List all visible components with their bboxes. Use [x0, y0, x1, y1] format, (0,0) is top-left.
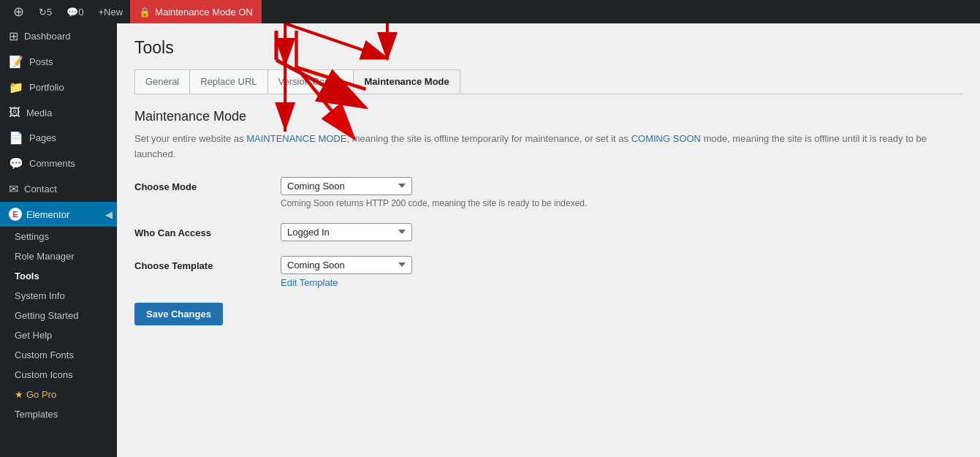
- posts-icon: 📝: [9, 55, 23, 69]
- edit-template-link[interactable]: Edit Template: [281, 277, 338, 288]
- choose-template-control: Coming Soon Edit Template: [281, 256, 962, 288]
- who-can-access-select[interactable]: Logged In Everyone: [281, 223, 412, 241]
- sidebar-item-templates[interactable]: Templates: [0, 404, 117, 424]
- admin-bar: ⊕ ↻ 5 💬 0 + New 🔒 Maintenance Mode ON: [0, 0, 980, 23]
- sidebar-item-dashboard[interactable]: ⊞ Dashboard: [0, 23, 117, 49]
- who-can-access-row: Who Can Access Logged In Everyone: [134, 223, 962, 241]
- coming-soon-link[interactable]: COMING SOON: [631, 133, 701, 144]
- choose-mode-select[interactable]: Coming Soon Maintenance: [281, 177, 412, 195]
- main-layout: ⊞ Dashboard 📝 Posts 📁 Portfolio 🖼 Media …: [0, 23, 980, 457]
- maintenance-mode-badge[interactable]: 🔒 Maintenance Mode ON: [130, 0, 262, 23]
- sidebar-item-contact[interactable]: ✉ Contact: [0, 176, 117, 202]
- comments-icon: 💬: [67, 7, 78, 18]
- elementor-icon: E: [9, 208, 22, 221]
- sidebar-item-comments[interactable]: 💬 Comments: [0, 151, 117, 176]
- updates-count: 5: [47, 7, 52, 18]
- elementor-label: Elementor: [26, 209, 69, 220]
- pages-icon: 📄: [9, 131, 23, 145]
- go-pro-label: Go Pro: [26, 389, 56, 400]
- settings-label: Settings: [15, 231, 49, 242]
- getting-started-label: Getting Started: [15, 310, 78, 321]
- who-can-access-label: Who Can Access: [134, 223, 281, 238]
- maintenance-description: Set your entire website as MAINTENANCE M…: [134, 132, 962, 162]
- system-info-label: System Info: [15, 290, 65, 301]
- page-title: Tools: [134, 38, 962, 58]
- sidebar-item-label: Portfolio: [29, 82, 64, 93]
- sidebar: ⊞ Dashboard 📝 Posts 📁 Portfolio 🖼 Media …: [0, 23, 117, 457]
- who-can-access-control: Logged In Everyone: [281, 223, 962, 241]
- role-manager-label: Role Manager: [15, 251, 75, 262]
- sidebar-item-get-help[interactable]: Get Help: [0, 325, 117, 345]
- desc-text-1: Set your entire website as: [134, 133, 246, 144]
- sidebar-item-custom-fonts[interactable]: Custom Fonts: [0, 345, 117, 365]
- tab-maintenance-mode-label: Maintenance Mode: [364, 76, 449, 87]
- choose-template-row: Choose Template Coming Soon Edit Templat…: [134, 256, 962, 288]
- sidebar-item-settings[interactable]: Settings: [0, 227, 117, 246]
- maintenance-mode-link[interactable]: MAINTENANCE MODE: [246, 133, 346, 144]
- choose-mode-hint: Coming Soon returns HTTP 200 code, meani…: [281, 198, 962, 208]
- choose-mode-label: Choose Mode: [134, 177, 281, 192]
- hint-text: Coming Soon returns HTTP 200 code, meani…: [281, 198, 587, 208]
- sidebar-item-system-info[interactable]: System Info: [0, 286, 117, 306]
- new-label: New: [104, 7, 123, 18]
- star-icon: ★: [15, 389, 23, 400]
- tab-general-label: General: [145, 76, 179, 87]
- tab-replace-url[interactable]: Replace URL: [189, 69, 267, 94]
- choose-template-label: Choose Template: [134, 256, 281, 271]
- sidebar-item-media[interactable]: 🖼 Media: [0, 100, 117, 125]
- templates-label: Templates: [15, 409, 58, 420]
- sidebar-item-label: Media: [26, 107, 52, 118]
- save-changes-container: Save Changes: [134, 303, 962, 325]
- main-content-area: Tools General Replace URL Version Contro…: [117, 23, 980, 457]
- tab-version-control[interactable]: Version Control: [267, 69, 354, 94]
- contact-icon: ✉: [9, 182, 18, 196]
- sidebar-item-label: Dashboard: [24, 31, 71, 42]
- portfolio-icon: 📁: [9, 80, 23, 94]
- wp-logo-icon: ⊕: [13, 4, 24, 20]
- sidebar-item-pages[interactable]: 📄 Pages: [0, 125, 117, 151]
- plus-icon: +: [98, 7, 104, 18]
- tabs-container: General Replace URL Version Control Main…: [134, 69, 962, 94]
- sidebar-item-portfolio[interactable]: 📁 Portfolio: [0, 75, 117, 100]
- updates-button[interactable]: ↻ 5: [31, 0, 59, 23]
- comments-sidebar-icon: 💬: [9, 156, 23, 170]
- tab-version-control-label: Version Control: [278, 76, 343, 87]
- sidebar-item-tools[interactable]: Tools: [0, 266, 117, 286]
- media-icon: 🖼: [9, 106, 20, 119]
- sidebar-item-go-pro[interactable]: ★ Go Pro: [0, 385, 117, 404]
- updates-icon: ↻: [39, 7, 47, 18]
- choose-mode-row: Choose Mode Coming Soon Maintenance Comi…: [134, 177, 962, 208]
- sidebar-item-label: Posts: [29, 56, 53, 67]
- custom-fonts-label: Custom Fonts: [15, 350, 74, 360]
- choose-template-select[interactable]: Coming Soon: [281, 256, 412, 274]
- dashboard-icon: ⊞: [9, 29, 18, 43]
- comments-count: 0: [78, 7, 83, 18]
- tab-general[interactable]: General: [134, 69, 190, 94]
- sidebar-item-custom-icons[interactable]: Custom Icons: [0, 365, 117, 385]
- get-help-label: Get Help: [15, 330, 52, 341]
- maintenance-badge-label: Maintenance Mode ON: [155, 7, 253, 18]
- lock-icon: 🔒: [139, 7, 151, 18]
- new-button[interactable]: + New: [91, 0, 130, 23]
- tab-replace-url-label: Replace URL: [200, 76, 257, 87]
- custom-icons-label: Custom Icons: [15, 369, 72, 380]
- section-title: Maintenance Mode: [134, 109, 962, 124]
- tab-maintenance-mode[interactable]: Maintenance Mode: [353, 69, 460, 94]
- save-changes-button[interactable]: Save Changes: [134, 303, 223, 325]
- choose-mode-control: Coming Soon Maintenance Coming Soon retu…: [281, 177, 962, 208]
- sidebar-item-role-manager[interactable]: Role Manager: [0, 246, 117, 266]
- sidebar-item-label: Contact: [24, 184, 57, 194]
- main-wrapper: Tools General Replace URL Version Contro…: [117, 23, 980, 457]
- chevron-left-icon: ◀: [105, 202, 117, 227]
- tools-label: Tools: [15, 271, 39, 282]
- sidebar-item-label: Comments: [29, 158, 75, 169]
- sidebar-elementor-header[interactable]: E Elementor ◀: [0, 202, 117, 227]
- comments-button[interactable]: 💬 0: [59, 0, 91, 23]
- sidebar-item-getting-started[interactable]: Getting Started: [0, 306, 117, 325]
- sidebar-item-posts[interactable]: 📝 Posts: [0, 49, 117, 75]
- sidebar-item-label: Pages: [29, 132, 56, 143]
- desc-text-2: , meaning the site is offline temporaril…: [346, 133, 631, 144]
- wp-logo-button[interactable]: ⊕: [6, 0, 31, 23]
